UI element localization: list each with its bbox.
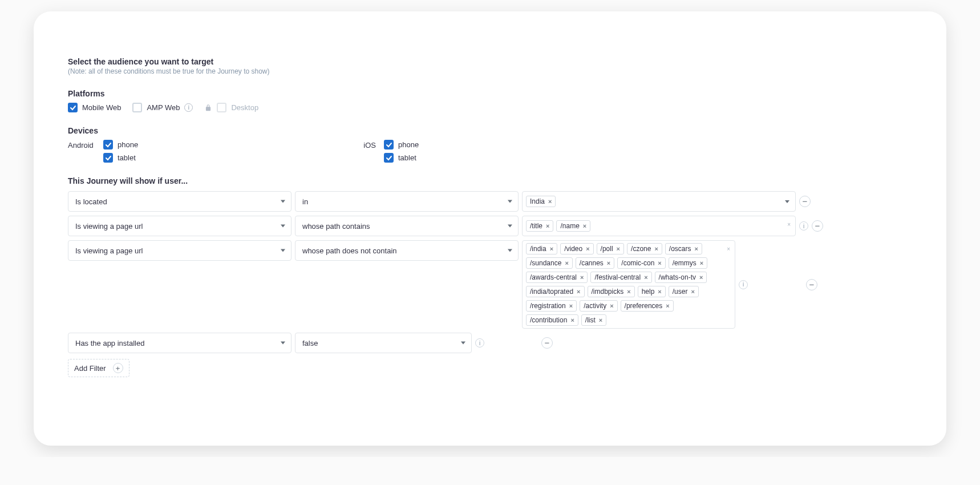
filter-field-select[interactable]: Is viewing a page url — [68, 216, 291, 236]
info-icon[interactable]: i — [799, 221, 808, 231]
tag-label: help — [642, 288, 655, 296]
tag-remove-icon[interactable]: × — [550, 245, 553, 252]
tag-remove-icon[interactable]: × — [627, 288, 630, 295]
tag-remove-icon[interactable]: × — [599, 317, 602, 324]
filter-row: Is viewing a page urlwhose path contains… — [68, 216, 918, 236]
add-filter-label: Add Filter — [74, 364, 106, 373]
select-value: Has the app installed — [75, 339, 144, 347]
tag-remove-icon[interactable]: × — [565, 260, 568, 266]
devices-label: Devices — [68, 126, 918, 135]
tag-label: /whats-on-tv — [659, 273, 696, 281]
page-subtitle: (Note: all of these conditions must be t… — [68, 67, 918, 75]
tag-label: /festival-central — [594, 273, 641, 281]
tag-remove-icon[interactable]: × — [607, 260, 610, 266]
tag-remove-icon[interactable]: × — [699, 274, 703, 281]
tag-remove-icon[interactable]: × — [583, 223, 586, 229]
tag: /activity× — [580, 300, 617, 312]
clear-icon[interactable]: × — [787, 221, 791, 228]
tag-remove-icon[interactable]: × — [700, 260, 703, 266]
tag: /title× — [526, 220, 553, 232]
tag: /name× — [556, 220, 590, 232]
select-value: in — [302, 197, 308, 206]
tag-label: /sundance — [530, 259, 561, 267]
device-col-ios: iOS phone tablet — [359, 140, 419, 163]
platforms-label: Platforms — [68, 89, 918, 98]
filter-value-input[interactable]: /title×/name×× — [522, 216, 796, 236]
info-icon[interactable]: i — [739, 280, 748, 289]
platform-mobile-web: Mobile Web — [68, 103, 121, 112]
tag-remove-icon[interactable]: × — [666, 302, 669, 309]
filter-field-select[interactable]: Has the app installed — [68, 333, 291, 353]
tag-remove-icon[interactable]: × — [658, 260, 661, 266]
caret-down-icon — [281, 225, 285, 228]
tag: help× — [638, 286, 666, 297]
devices-grid: Android phone tablet iOS — [68, 140, 918, 163]
checkbox-android-tablet[interactable] — [103, 153, 113, 163]
caret-down-icon — [785, 200, 789, 203]
filter-operator-select[interactable]: false — [295, 333, 472, 353]
content: Select the audience you want to target (… — [68, 57, 918, 377]
tag-remove-icon[interactable]: × — [577, 288, 580, 295]
tag: /india/toprated× — [526, 286, 585, 297]
plus-icon: + — [113, 363, 123, 373]
tag-remove-icon[interactable]: × — [569, 302, 573, 309]
remove-filter-button[interactable]: − — [806, 279, 817, 290]
filter-operator-select[interactable]: whose path contains — [295, 216, 519, 236]
tag-remove-icon[interactable]: × — [644, 274, 647, 281]
checkbox-amp-web[interactable] — [132, 103, 142, 112]
tag-label: /czone — [631, 245, 651, 253]
remove-filter-button[interactable]: − — [812, 220, 823, 232]
tag-remove-icon[interactable]: × — [654, 245, 658, 252]
android-tablet: tablet — [103, 153, 138, 163]
tag: /registration× — [526, 300, 577, 312]
tag-remove-icon[interactable]: × — [617, 245, 620, 252]
tag-remove-icon[interactable]: × — [570, 317, 574, 324]
filter-value-input[interactable]: /india×/video×/poll×/czone×/oscars×/sund… — [522, 240, 735, 329]
caret-down-icon — [281, 249, 285, 252]
checkbox-desktop — [217, 103, 226, 112]
select-value: Is viewing a page url — [75, 222, 143, 231]
filter-field-select[interactable]: Is viewing a page url — [68, 240, 291, 261]
filter-operator-select[interactable]: whose path does not contain — [295, 240, 519, 261]
caret-down-icon — [508, 225, 512, 228]
tag-remove-icon[interactable]: × — [695, 245, 698, 252]
checkbox-mobile-web[interactable] — [68, 103, 78, 112]
tag-remove-icon[interactable]: × — [546, 223, 549, 229]
select-value: whose path does not contain — [302, 246, 397, 255]
tag-remove-icon[interactable]: × — [658, 288, 661, 295]
filter-value-wrap: /title×/name××i — [522, 216, 808, 236]
ios-tablet: tablet — [384, 153, 419, 163]
tag-label: /emmys — [673, 259, 696, 267]
tag-remove-icon[interactable]: × — [580, 274, 584, 281]
checkbox-ios-phone[interactable] — [384, 140, 394, 149]
tag: /oscars× — [665, 243, 702, 254]
lock-icon — [204, 104, 212, 112]
add-filter-button[interactable]: Add Filter + — [68, 359, 129, 377]
caret-down-icon — [281, 200, 285, 203]
checkbox-android-phone[interactable] — [103, 140, 113, 149]
info-icon[interactable]: i — [475, 338, 484, 347]
info-icon[interactable]: i — [184, 103, 193, 112]
tag-remove-icon[interactable]: × — [548, 198, 552, 205]
filter-field-select[interactable]: Is located — [68, 191, 291, 212]
tag-label: /poll — [601, 245, 613, 253]
tag: /comic-con× — [617, 257, 665, 269]
checkbox-ios-tablet[interactable] — [384, 153, 394, 163]
tag-label: India — [530, 197, 545, 205]
remove-filter-button[interactable]: − — [799, 196, 811, 207]
select-value: Is located — [75, 197, 107, 206]
filter-value-input[interactable]: India× — [522, 191, 796, 212]
filter-operator-select[interactable]: in — [295, 191, 519, 212]
clear-icon[interactable]: × — [727, 246, 730, 252]
filter-row: Has the app installedfalsei− — [68, 333, 918, 353]
caret-down-icon — [508, 200, 512, 203]
tag: /emmys× — [669, 257, 707, 269]
tag-remove-icon[interactable]: × — [610, 302, 613, 309]
caret-down-icon — [461, 342, 465, 345]
remove-filter-button[interactable]: − — [541, 337, 553, 349]
tag-remove-icon[interactable]: × — [586, 245, 589, 252]
tag: /india× — [526, 243, 557, 254]
tag: /video× — [560, 243, 593, 254]
tag-remove-icon[interactable]: × — [691, 288, 694, 295]
tag-label: /registration — [530, 302, 566, 310]
